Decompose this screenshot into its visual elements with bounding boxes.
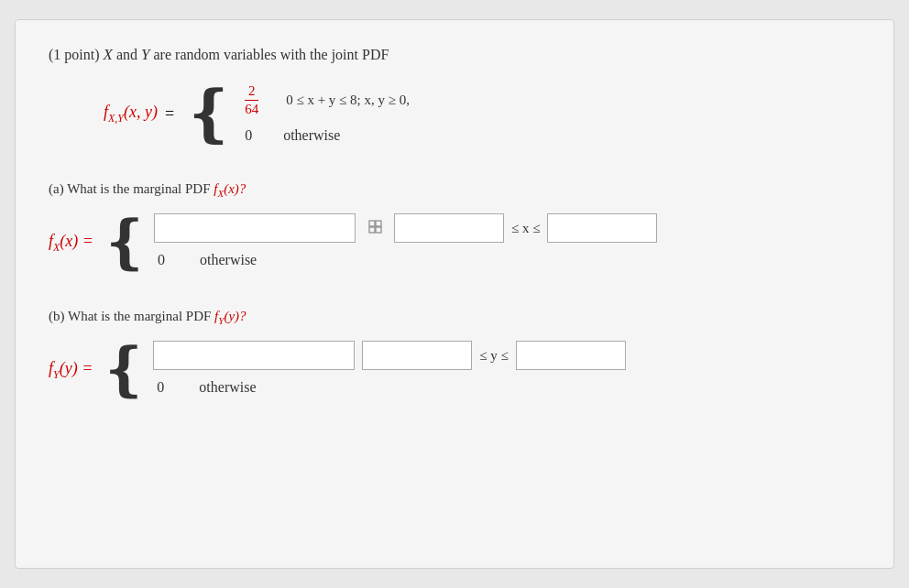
part-a-fx-label: fX(x) = xyxy=(49,232,93,255)
part-a-zero: 0 xyxy=(158,252,165,268)
part-a-rows: ≤ x ≤ 0 otherwise xyxy=(154,213,657,272)
joint-pdf-section: fX,Y(x, y) = ❴ 2 64 0 ≤ x + y ≤ 8; x, y … xyxy=(104,82,860,145)
part-a-input-row[interactable]: ≤ x ≤ xyxy=(154,213,657,243)
fraction-2-64: 2 64 xyxy=(241,83,262,117)
equals-sign: = xyxy=(165,104,174,124)
fxy-label: fX,Y(x, y) xyxy=(104,103,158,125)
brace-row-2: 0 otherwise xyxy=(245,127,410,144)
part-a-lower-bound-input[interactable] xyxy=(394,213,504,243)
brace-row-1: 2 64 0 ≤ x + y ≤ 8; x, y ≥ 0, xyxy=(241,83,410,117)
part-a-label: (a) What is the marginal PDF fX(x)? xyxy=(49,181,860,199)
part-a-le-x-le: ≤ x ≤ xyxy=(511,221,540,236)
svg-rect-3 xyxy=(376,227,381,233)
grid-icon xyxy=(367,218,387,238)
brace-rows-joint: 2 64 0 ≤ x + y ≤ 8; x, y ≥ 0, 0 otherwis… xyxy=(241,82,410,145)
part-b-pdf-label: fY(y)? xyxy=(214,309,246,323)
part-a-otherwise: otherwise xyxy=(200,252,257,268)
part-b-text: (b) What is the marginal PDF xyxy=(49,309,214,323)
condition1-text: 0 ≤ x + y ≤ 8; x, y ≥ 0, xyxy=(286,93,410,108)
part-b-rows: ≤ y ≤ 0 otherwise xyxy=(153,341,625,399)
svg-rect-0 xyxy=(369,221,375,226)
main-card: (1 point) X and Y are random variables w… xyxy=(15,19,894,569)
header-desc: are random variables with the joint PDF xyxy=(154,47,389,62)
part-b-zero: 0 xyxy=(157,379,164,396)
fraction-numerator: 2 xyxy=(245,83,259,101)
problem-header: (1 point) X and Y are random variables w… xyxy=(49,46,860,64)
part-b-le-y-le: ≤ y ≤ xyxy=(479,348,508,364)
part-a-upper-bound-input[interactable] xyxy=(547,213,657,243)
part-a-answer-row: fX(x) = ❴ xyxy=(49,213,860,272)
part-b-answer-row: fY(y) = ❴ ≤ y ≤ 0 otherwise xyxy=(49,341,860,399)
svg-rect-1 xyxy=(376,221,381,226)
part-a-text: (a) What is the marginal PDF xyxy=(49,181,214,196)
part-b-zero-row: 0 otherwise xyxy=(153,379,625,396)
fraction-denominator: 64 xyxy=(241,101,262,117)
header-prefix: (1 point) xyxy=(49,47,104,62)
part-b-section: (b) What is the marginal PDF fY(y)? fY(y… xyxy=(49,309,860,399)
joint-otherwise: otherwise xyxy=(283,127,340,144)
part-b-fy-label: fY(y) = xyxy=(49,359,93,382)
big-brace-joint: ❴ xyxy=(183,82,235,145)
part-b-brace: ❴ ≤ y ≤ 0 otherwise xyxy=(100,341,625,399)
part-b-input-row[interactable]: ≤ y ≤ xyxy=(153,341,625,370)
var-y: Y xyxy=(141,46,149,63)
part-b-big-brace: ❴ xyxy=(100,341,149,399)
part-b-label: (b) What is the marginal PDF fY(y)? xyxy=(49,309,860,326)
part-a-main-input[interactable] xyxy=(154,213,356,243)
part-a-big-brace: ❴ xyxy=(101,213,150,272)
brace-container: ❴ 2 64 0 ≤ x + y ≤ 8; x, y ≥ 0, 0 otherw… xyxy=(183,82,410,145)
part-a-brace: ❴ xyxy=(101,213,657,272)
part-b-main-input[interactable] xyxy=(153,341,355,370)
part-b-upper-bound-input[interactable] xyxy=(516,341,626,370)
var-x: X xyxy=(104,46,113,63)
part-a-section: (a) What is the marginal PDF fX(x)? fX(x… xyxy=(49,181,860,272)
part-b-lower-bound-input[interactable] xyxy=(362,341,472,370)
part-a-pdf-label: fX(x)? xyxy=(214,181,246,196)
svg-rect-2 xyxy=(369,227,375,233)
part-a-zero-row: 0 otherwise xyxy=(154,252,657,268)
header-and: and xyxy=(116,47,141,62)
part-b-otherwise: otherwise xyxy=(199,379,256,396)
joint-zero: 0 xyxy=(245,127,252,144)
